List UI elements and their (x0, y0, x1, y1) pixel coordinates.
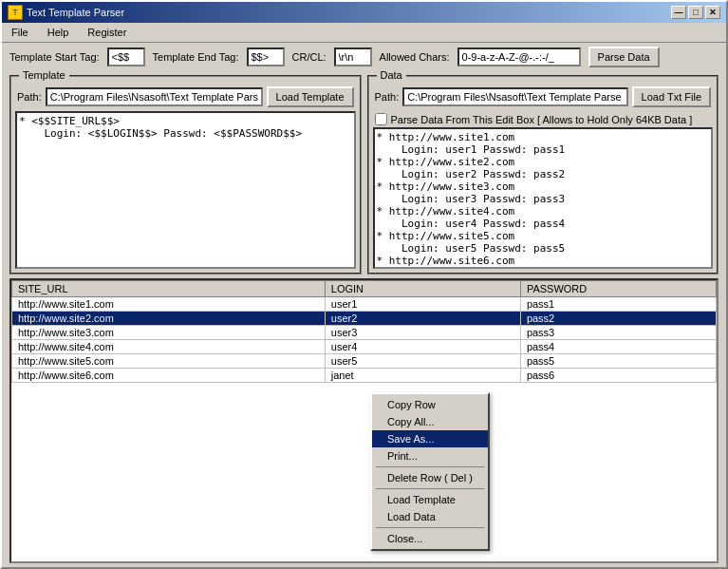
table-row[interactable]: http://www.site4.comuser4pass4 (12, 340, 717, 354)
table-row[interactable]: http://www.site6.comjanetpass6 (12, 369, 717, 383)
context-copy-all[interactable]: Copy All... (372, 413, 488, 430)
context-delete-row[interactable]: Delete Row ( Del ) (372, 469, 488, 486)
start-tag-input[interactable] (107, 47, 145, 66)
toolbar: Template Start Tag: Template End Tag: CR… (2, 43, 726, 71)
data-legend: Data (377, 71, 406, 81)
load-txt-button[interactable]: Load Txt File (632, 86, 711, 107)
separator-2 (376, 488, 484, 489)
parse-data-button[interactable]: Parse Data (588, 47, 660, 67)
results-table: SITE_URL LOGIN PASSWORD http://www.site1… (11, 280, 717, 383)
template-path-input[interactable] (46, 87, 263, 106)
menu-bar: File Help Register (2, 23, 726, 43)
data-path-input[interactable] (402, 87, 627, 106)
end-tag-input[interactable] (247, 47, 285, 66)
allowed-chars-input[interactable] (457, 47, 581, 66)
parse-data-checkbox[interactable] (375, 113, 387, 125)
close-button[interactable]: ✕ (705, 6, 720, 19)
title-bar: T Text Template Parser — □ ✕ (2, 2, 726, 23)
col-site-url: SITE_URL (12, 281, 326, 297)
table-row[interactable]: http://www.site3.comuser3pass3 (12, 326, 717, 340)
context-load-template[interactable]: Load Template (372, 491, 488, 508)
table-row[interactable]: http://www.site2.comuser2pass2 (12, 312, 717, 326)
context-copy-row[interactable]: Copy Row (372, 396, 488, 413)
parse-data-checkbox-label: Parse Data From This Edit Box [ Allows t… (391, 114, 693, 125)
load-template-button[interactable]: Load Template (267, 86, 354, 107)
minimize-button[interactable]: — (671, 6, 686, 19)
maximize-button[interactable]: □ (688, 6, 703, 19)
context-print[interactable]: Print... (372, 447, 488, 465)
context-menu: Copy Row Copy All... Save As... Print...… (370, 392, 490, 551)
separator-3 (376, 527, 484, 528)
menu-help[interactable]: Help (42, 25, 75, 40)
table-row[interactable]: http://www.site1.comuser1pass1 (12, 297, 717, 312)
context-load-data[interactable]: Load Data (372, 508, 488, 525)
end-tag-label: Template End Tag: (153, 51, 239, 63)
main-content: Template Path: Load Template * <$$SITE_U… (2, 71, 726, 567)
panels-row: Template Path: Load Template * <$$SITE_U… (9, 75, 719, 275)
start-tag-label: Template Start Tag: (9, 51, 100, 63)
table-section: SITE_URL LOGIN PASSWORD http://www.site1… (9, 278, 719, 563)
context-close[interactable]: Close... (372, 530, 488, 547)
data-path-label: Path: (375, 91, 400, 103)
data-panel: Data Path: Load Txt File Parse Data From… (367, 75, 719, 275)
context-save-as[interactable]: Save As... (372, 430, 488, 447)
col-password: PASSWORD (520, 281, 716, 297)
menu-register[interactable]: Register (82, 25, 132, 40)
crcl-input[interactable] (334, 47, 372, 66)
col-login: LOGIN (325, 281, 520, 297)
template-path-label: Path: (17, 91, 42, 103)
menu-file[interactable]: File (6, 25, 34, 40)
data-textarea[interactable]: * http://www.site1.com Login: user1 Pass… (373, 127, 714, 269)
main-window: T Text Template Parser — □ ✕ File Help R… (0, 0, 728, 569)
separator-1 (376, 466, 484, 467)
template-legend: Template (19, 71, 69, 81)
window-title: Text Template Parser (27, 7, 124, 18)
app-icon: T (8, 5, 23, 20)
allowed-chars-label: Allowed Chars: (380, 51, 450, 63)
template-panel: Template Path: Load Template * <$$SITE_U… (9, 75, 362, 275)
table-row[interactable]: http://www.site5.comuser5pass5 (12, 354, 717, 369)
crcl-label: CR/CL: (292, 51, 327, 63)
table-wrapper[interactable]: SITE_URL LOGIN PASSWORD http://www.site1… (9, 278, 719, 563)
template-textarea[interactable]: * <$$SITE_URL$$> Login: <$$LOGIN$$> Pass… (15, 111, 356, 269)
